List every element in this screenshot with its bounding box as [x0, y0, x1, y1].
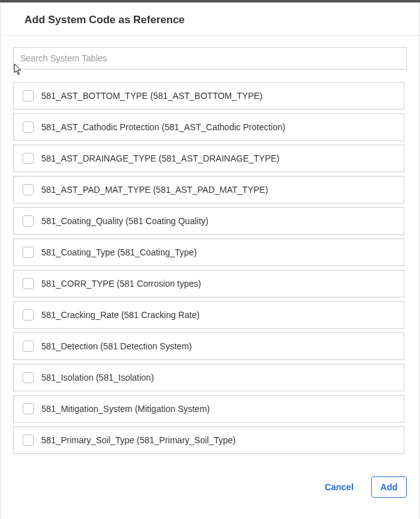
checkbox[interactable] [23, 403, 34, 414]
list-item[interactable]: 581_Detection (581 Detection System) [13, 332, 404, 360]
list-item[interactable]: 581_Isolation (581_Isolation) [13, 364, 404, 391]
checkbox[interactable] [23, 341, 34, 352]
checkbox[interactable] [23, 90, 34, 101]
list-item-label: 581_Cracking_Rate (581 Cracking Rate) [41, 310, 200, 320]
checkbox[interactable] [23, 309, 34, 321]
list-item-label: 581_Detection (581 Detection System) [41, 341, 192, 351]
checkbox[interactable] [23, 247, 34, 258]
list-item[interactable]: 581_AST_DRAINAGE_TYPE (581_AST_DRAINAGE_… [13, 145, 404, 172]
list-item-label: 581_Primary_Soil_Type (581_Primary_Soil_… [41, 435, 235, 445]
checkbox[interactable] [23, 372, 34, 383]
checkbox[interactable] [23, 184, 34, 195]
list-item-label: 581_Coating_Type (581_Coating_Type) [41, 247, 197, 257]
list-item[interactable]: 581_AST_BOTTOM_TYPE (581_AST_BOTTOM_TYPE… [13, 82, 404, 110]
modal-header: Add System Code as Reference [1, 3, 419, 36]
list-item[interactable]: 581_Mitigation_System (Mitigation System… [13, 395, 404, 423]
list-item-label: 581_AST_PAD_MAT_TYPE (581_AST_PAD_MAT_TY… [41, 185, 268, 195]
list-item[interactable]: 581_AST_Cathodic Protection (581_AST_Cat… [13, 113, 404, 141]
cancel-button[interactable]: Cancel [321, 477, 357, 497]
list-item-label: 581_AST_DRAINAGE_TYPE (581_AST_DRAINAGE_… [41, 153, 279, 163]
list-item-label: 581_Mitigation_System (Mitigation System… [41, 404, 210, 414]
list-item-label: 581_Isolation (581_Isolation) [41, 373, 154, 383]
list-item[interactable]: 581_AST_PAD_MAT_TYPE (581_AST_PAD_MAT_TY… [13, 176, 404, 203]
add-system-code-modal: Add System Code as Reference 581_AST_BOT… [0, 3, 420, 519]
search-input[interactable] [13, 47, 407, 69]
checkbox[interactable] [23, 215, 34, 227]
list-item-label: 581_AST_BOTTOM_TYPE (581_AST_BOTTOM_TYPE… [41, 91, 263, 101]
list-item[interactable]: 581_CORR_TYPE (581 Corrosion types) [13, 270, 404, 297]
modal-footer: Cancel Add [1, 466, 419, 519]
checkbox[interactable] [23, 434, 34, 446]
list-item-label: 581_Coating_Quality (581 Coating Quality… [41, 216, 208, 226]
checkbox[interactable] [23, 153, 34, 164]
list-item-label: 581_AST_Cathodic Protection (581_AST_Cat… [41, 122, 285, 132]
list-item[interactable]: 581_Primary_Soil_Type (581_Primary_Soil_… [13, 426, 404, 454]
search-container [13, 47, 407, 69]
checkbox[interactable] [23, 278, 34, 289]
add-button[interactable]: Add [371, 476, 407, 498]
list-item[interactable]: 581_Coating_Type (581_Coating_Type) [13, 239, 404, 266]
modal-body: 581_AST_BOTTOM_TYPE (581_AST_BOTTOM_TYPE… [1, 36, 419, 466]
list-item[interactable]: 581_Coating_Quality (581 Coating Quality… [13, 207, 404, 235]
list-item[interactable]: 581_Cracking_Rate (581 Cracking Rate) [13, 301, 404, 329]
list-item-label: 581_CORR_TYPE (581 Corrosion types) [41, 279, 201, 289]
modal-title: Add System Code as Reference [24, 14, 404, 26]
system-tables-list[interactable]: 581_AST_BOTTOM_TYPE (581_AST_BOTTOM_TYPE… [13, 82, 407, 466]
checkbox[interactable] [23, 121, 34, 133]
